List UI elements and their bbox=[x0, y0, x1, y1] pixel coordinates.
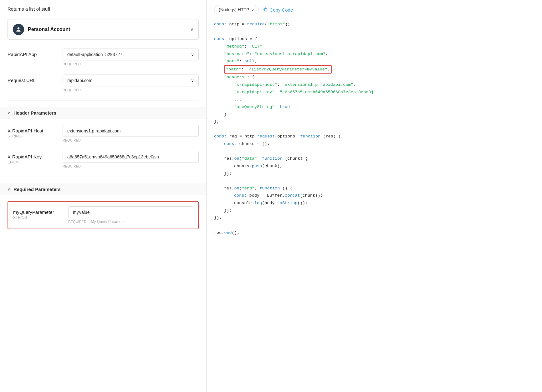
key-type: ENUM bbox=[8, 160, 58, 164]
request-url-required: REQUIRED bbox=[63, 88, 199, 92]
required-params-section[interactable]: ∨ Required Parameters bbox=[0, 183, 206, 195]
header-params-title: Header Parameters bbox=[13, 110, 56, 116]
code-line-27: }); bbox=[214, 214, 534, 222]
code-line-20: chunks.push(chunk); bbox=[214, 162, 534, 170]
query-param-control: REQUIRED My Query Parameter bbox=[68, 206, 193, 224]
copy-icon bbox=[263, 7, 268, 13]
required-params-title: Required Parameters bbox=[13, 187, 61, 192]
header-params-section[interactable]: ∨ Header Parameters bbox=[0, 107, 206, 119]
code-line-blank5 bbox=[214, 222, 534, 229]
query-param-label: myQueryParameter bbox=[13, 209, 63, 215]
header-params-collapse-icon: ∨ bbox=[8, 111, 10, 115]
code-block: const http = require("https"); const opt… bbox=[214, 21, 534, 236]
code-line-1: const http = require("https"); bbox=[214, 21, 534, 28]
code-line-12: "useQueryString": true bbox=[214, 103, 534, 111]
host-row: X-RapidAPI-Host STRING REQUIRED bbox=[8, 125, 199, 142]
query-param-description: My Query Parameter bbox=[91, 219, 126, 224]
code-line-7: "path": "/list?myQueryParameter=myValue"… bbox=[214, 65, 534, 74]
rapidapi-app-label: RapidAPI App bbox=[8, 52, 58, 57]
left-panel: Returns a list of stuff Personal Account… bbox=[0, 0, 207, 392]
request-url-value: rapidapi.com bbox=[67, 78, 92, 83]
account-selector[interactable]: Personal Account ∨ bbox=[8, 19, 199, 40]
returns-description: Returns a list of stuff bbox=[8, 6, 199, 12]
code-toolbar: (Node.js) HTTP ∨ Copy Code bbox=[214, 5, 534, 14]
request-url-label: Request URL bbox=[8, 78, 58, 83]
key-label: X-RapidAPI-Key bbox=[8, 154, 58, 159]
code-line-24: const body = Buffer.concat(chunks); bbox=[214, 192, 534, 199]
code-line-blank1 bbox=[214, 28, 534, 36]
query-param-input[interactable] bbox=[68, 206, 193, 218]
right-panel: (Node.js) HTTP ∨ Copy Code const http = … bbox=[207, 0, 542, 392]
query-param-required: REQUIRED bbox=[68, 220, 86, 224]
code-line-3: const options = { bbox=[214, 35, 534, 43]
request-url-label-wrap: Request URL bbox=[8, 75, 58, 83]
code-line-25: console.log(body.toString()); bbox=[214, 199, 534, 207]
request-url-select[interactable]: rapidapi.com ∨ bbox=[63, 75, 199, 86]
host-input[interactable] bbox=[63, 125, 199, 137]
account-info: Personal Account bbox=[13, 24, 70, 35]
code-line-4: "method": "GET", bbox=[214, 43, 534, 50]
host-control: REQUIRED bbox=[63, 125, 199, 142]
code-line-14: }; bbox=[214, 118, 534, 126]
divider-required bbox=[8, 177, 199, 177]
rapidapi-app-label-wrap: RapidAPI App bbox=[8, 49, 58, 57]
url-select-chevron: ∨ bbox=[191, 78, 194, 83]
query-param-label-wrap: myQueryParameter STRING bbox=[13, 206, 63, 220]
host-type: STRING bbox=[8, 134, 58, 138]
rapidapi-app-select[interactable]: default-application_5293727 ∨ bbox=[63, 49, 199, 60]
divider-header bbox=[8, 101, 199, 101]
required-params-collapse-icon: ∨ bbox=[8, 187, 10, 192]
lang-selector-label: (Node.js) HTTP bbox=[219, 7, 249, 12]
key-input[interactable] bbox=[63, 151, 199, 163]
copy-code-button[interactable]: Copy Code bbox=[263, 7, 293, 13]
copy-code-label: Copy Code bbox=[269, 7, 293, 13]
code-line-21: }); bbox=[214, 170, 534, 178]
account-name: Personal Account bbox=[28, 27, 70, 32]
language-selector[interactable]: (Node.js) HTTP ∨ bbox=[214, 5, 259, 14]
code-line-6: "port": null, bbox=[214, 58, 534, 65]
rapidapi-app-required: REQUIRED bbox=[63, 62, 199, 66]
rapidapi-app-row: RapidAPI App default-application_5293727… bbox=[8, 49, 199, 66]
code-line-13: } bbox=[214, 111, 534, 118]
code-line-23: res.on("end", function () { bbox=[214, 185, 534, 192]
code-line-9: "x-rapidapi-host": "extensions1.p.rapida… bbox=[214, 81, 534, 89]
request-url-control: rapidapi.com ∨ REQUIRED bbox=[63, 75, 199, 92]
code-line-8: "headers": { bbox=[214, 74, 534, 81]
key-control: REQUIRED bbox=[63, 151, 199, 168]
query-param-type: STRING bbox=[13, 215, 63, 220]
code-line-10: "x-rapidapi-key": "a6a657a51dmsh649a6506… bbox=[214, 89, 534, 96]
code-line-blank2 bbox=[214, 126, 534, 133]
key-required: REQUIRED bbox=[63, 164, 199, 168]
lang-dropdown-icon: ∨ bbox=[251, 7, 254, 12]
svg-point-0 bbox=[18, 27, 20, 29]
app-select-chevron: ∨ bbox=[191, 52, 194, 57]
query-param-row: myQueryParameter STRING REQUIRED My Quer… bbox=[13, 206, 193, 224]
code-line-17: const chunks = []; bbox=[214, 140, 534, 148]
query-param-highlighted-row: myQueryParameter STRING REQUIRED My Quer… bbox=[8, 201, 199, 229]
code-line-11: ... bbox=[214, 96, 534, 103]
host-required: REQUIRED bbox=[63, 138, 199, 142]
request-url-row: Request URL rapidapi.com ∨ REQUIRED bbox=[8, 75, 199, 92]
key-label-wrap: X-RapidAPI-Key ENUM bbox=[8, 151, 58, 164]
chevron-down-icon: ∨ bbox=[190, 27, 193, 32]
code-line-5: "hostname": "extensions1.p.rapidapi.com"… bbox=[214, 50, 534, 58]
host-label: X-RapidAPI-Host bbox=[8, 128, 58, 133]
rapidapi-app-value: default-application_5293727 bbox=[67, 52, 122, 57]
key-row: X-RapidAPI-Key ENUM REQUIRED bbox=[8, 151, 199, 168]
code-line-29: req.end(); bbox=[214, 229, 534, 237]
rapidapi-app-control: default-application_5293727 ∨ REQUIRED bbox=[63, 49, 199, 66]
code-line-19: res.on("data", function (chunk) { bbox=[214, 155, 534, 162]
code-line-blank4 bbox=[214, 177, 534, 185]
svg-rect-1 bbox=[264, 8, 267, 11]
code-line-26: }); bbox=[214, 207, 534, 214]
host-label-wrap: X-RapidAPI-Host STRING bbox=[8, 125, 58, 138]
account-avatar-icon bbox=[13, 24, 24, 35]
code-line-blank3 bbox=[214, 148, 534, 155]
code-line-16: const req = http.request(options, functi… bbox=[214, 133, 534, 140]
